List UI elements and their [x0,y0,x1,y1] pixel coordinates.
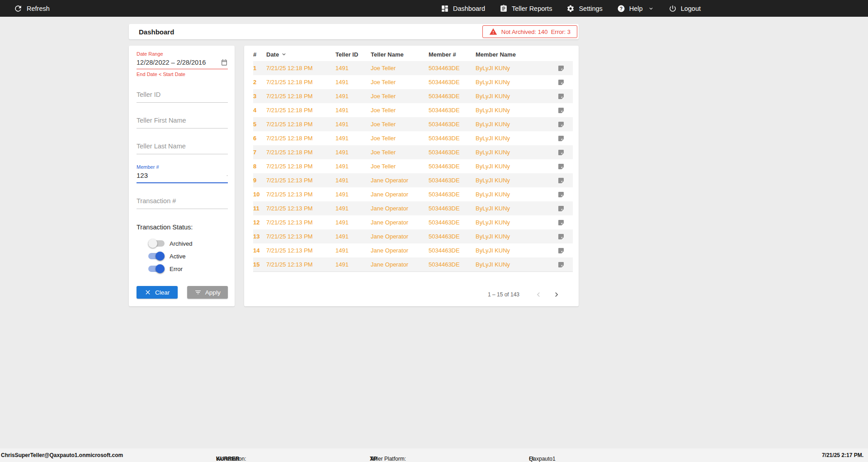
nav-dashboard-label: Dashboard [453,5,485,12]
results-table-card: # Date Teller ID Teller Name Member # Me… [244,46,579,306]
col-header-member-name[interactable]: Member Name [476,51,549,58]
nav-logout[interactable]: Logout [669,5,701,13]
table-row[interactable]: 13 7/21/25 12:13 PM 1491 Jane Operator 5… [253,229,573,243]
table-body: 1 7/21/25 12:18 PM 1491 Joe Teller 50344… [253,61,573,272]
page-title: Dashboard [139,28,174,36]
member-number-input[interactable] [137,171,226,182]
table-row[interactable]: 4 7/21/25 12:18 PM 1491 Joe Teller 50344… [253,103,573,117]
table-row[interactable]: 1 7/21/25 12:18 PM 1491 Joe Teller 50344… [253,61,573,75]
date-range-value: 12/28/2022 – 2/28/2016 [137,59,206,66]
nav-settings[interactable]: Settings [566,5,602,13]
clear-member-icon[interactable] [226,172,228,179]
note-icon[interactable] [557,191,565,198]
table-row[interactable]: 8 7/21/25 12:18 PM 1491 Joe Teller 50344… [253,159,573,173]
table-row[interactable]: 10 7/21/25 12:13 PM 1491 Jane Operator 5… [253,187,573,201]
calendar-icon[interactable] [221,59,228,66]
note-icon[interactable] [557,177,565,184]
table-row[interactable]: 9 7/21/25 12:13 PM 1491 Jane Operator 50… [253,173,573,187]
note-icon[interactable] [557,121,565,128]
cell-teller-name: Jane Operator [371,177,429,184]
cell-teller-name: Jane Operator [371,191,429,198]
cell-member-name: ByLyJI KUNy [476,121,549,128]
next-page-button[interactable] [547,286,566,304]
cell-member-number: 5034463DE [429,247,476,254]
table-row[interactable]: 6 7/21/25 12:18 PM 1491 Joe Teller 50344… [253,131,573,145]
col-header-number[interactable]: # [253,51,266,58]
table-row[interactable]: 3 7/21/25 12:18 PM 1491 Joe Teller 50344… [253,89,573,103]
col-header-date[interactable]: Date [266,51,335,58]
cell-date: 7/21/25 12:13 PM [266,177,335,184]
note-icon[interactable] [557,107,565,114]
cell-row-number: 15 [253,261,266,268]
table-row[interactable]: 11 7/21/25 12:13 PM 1491 Jane Operator 5… [253,201,573,215]
col-header-teller-id[interactable]: Teller ID [335,51,371,58]
note-icon[interactable] [557,79,565,86]
cell-member-name: ByLyJI KUNy [476,149,549,156]
nav-dashboard[interactable]: Dashboard [441,5,485,13]
table-row[interactable]: 14 7/21/25 12:13 PM 1491 Jane Operator 5… [253,243,573,257]
status-toggle[interactable]: Active [148,250,228,262]
note-icon[interactable] [557,233,565,240]
note-cell [549,177,573,184]
help-icon: ? [617,5,625,13]
refresh-button[interactable]: Refresh [14,4,50,13]
filter-panel: Date Range 12/28/2022 – 2/28/2016 End Da… [129,46,235,306]
status-toggle[interactable]: Error [148,262,228,275]
cell-member-number: 5034463DE [429,149,476,156]
cell-teller-id: 1491 [335,79,371,86]
nav-help[interactable]: ? Help [617,5,654,13]
note-cell [549,219,573,226]
clear-button[interactable]: Clear [137,286,178,299]
col-header-member-number[interactable]: Member # [429,51,476,58]
date-range-field[interactable]: 12/28/2022 – 2/28/2016 [137,59,228,69]
cell-teller-id: 1491 [335,247,371,254]
topbar-nav: Dashboard Teller Reports Settings ? Help… [441,5,701,13]
cell-member-name: ByLyJI KUNy [476,191,549,198]
previous-page-button[interactable] [529,286,547,304]
cell-teller-id: 1491 [335,177,371,184]
note-cell [549,191,573,198]
note-cell [549,149,573,156]
page-content: Dashboard Not Archived: 140 Error: 3 Dat… [0,17,868,306]
toggle-label: Active [170,253,185,260]
nav-teller-reports[interactable]: Teller Reports [500,5,552,13]
note-icon[interactable] [557,219,565,226]
cell-teller-id: 1491 [335,219,371,226]
refresh-icon [14,4,23,13]
toggle-switch[interactable] [148,239,165,248]
cell-teller-name: Joe Teller [371,107,429,114]
note-icon[interactable] [557,163,565,170]
transaction-number-input[interactable] [137,197,228,209]
table-row[interactable]: 12 7/21/25 12:13 PM 1491 Jane Operator 5… [253,215,573,229]
status-toggle[interactable]: Archived [148,237,228,250]
table-row[interactable]: 15 7/21/25 12:13 PM 1491 Jane Operator 5… [253,257,573,271]
cell-member-number: 5034463DE [429,93,476,100]
note-icon[interactable] [557,149,565,156]
cell-member-name: ByLyJI KUNy [476,135,549,142]
cell-teller-id: 1491 [335,121,371,128]
table-row[interactable]: 5 7/21/25 12:18 PM 1491 Joe Teller 50344… [253,117,573,131]
note-cell [549,65,573,72]
col-header-teller-name[interactable]: Teller Name [371,51,429,58]
toggle-label: Archived [170,240,193,247]
table-row[interactable]: 2 7/21/25 12:18 PM 1491 Joe Teller 50344… [253,75,573,89]
toggle-switch[interactable] [148,252,165,261]
teller-first-name-input[interactable] [137,117,228,128]
apply-button[interactable]: Apply [187,286,228,299]
teller-id-input[interactable] [137,91,228,102]
note-icon[interactable] [557,65,565,72]
toggle-thumb [156,252,165,261]
cell-date: 7/21/25 12:18 PM [266,121,335,128]
note-icon[interactable] [557,135,565,142]
cell-member-number: 5034463DE [429,135,476,142]
cell-teller-name: Jane Operator [371,261,429,268]
toggle-switch[interactable] [148,264,165,273]
note-icon[interactable] [557,261,565,268]
note-icon[interactable] [557,247,565,254]
teller-last-name-input[interactable] [137,143,228,154]
note-icon[interactable] [557,93,565,100]
table-row[interactable]: 7 7/21/25 12:18 PM 1491 Joe Teller 50344… [253,145,573,159]
member-number-group: Member # [137,164,228,183]
note-icon[interactable] [557,205,565,212]
cell-member-number: 5034463DE [429,121,476,128]
